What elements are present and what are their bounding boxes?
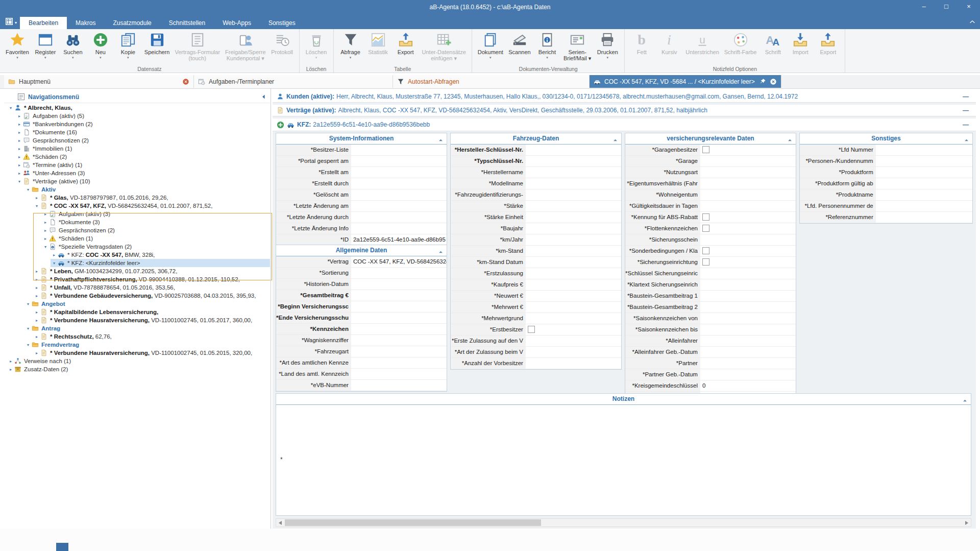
tree-item[interactable]: ▸* Kapitalbildende Lebensversicherung, xyxy=(33,308,270,316)
field-value[interactable] xyxy=(351,335,447,346)
field-value[interactable] xyxy=(876,145,972,155)
field-value[interactable] xyxy=(700,336,796,346)
tree-item[interactable]: ▾Angebot xyxy=(24,300,270,308)
chevron-right-icon[interactable]: ▸ xyxy=(42,236,49,241)
ribbon-schrift-farbe[interactable]: Schrift-Farbe xyxy=(722,30,760,56)
tree-item[interactable]: ▸* KFZ: COC -XX 547, BMW, 328i, xyxy=(51,251,270,259)
menu-item-sonstiges[interactable]: Sonstiges xyxy=(260,17,304,29)
field-value[interactable] xyxy=(526,291,621,301)
ribbon-kursiv[interactable]: iKursiv xyxy=(655,30,683,56)
menu-item-web-apps[interactable]: Web-Apps xyxy=(214,17,260,29)
field-value[interactable]: COC -XX 547, KFZ, VD-5684256324 xyxy=(351,256,447,267)
collapse-left-icon[interactable] xyxy=(260,93,267,100)
chevron-down-icon[interactable]: ▾ xyxy=(24,187,32,192)
checkbox[interactable] xyxy=(702,258,709,266)
panel-header[interactable]: Fahrzeug-Daten xyxy=(451,133,621,145)
tree-item[interactable]: ▸* Privathaftpflichtversicherung, VD-990… xyxy=(33,275,270,283)
chevron-right-icon[interactable]: ▸ xyxy=(42,228,49,233)
field-value[interactable] xyxy=(700,234,796,245)
field-value[interactable] xyxy=(526,167,621,178)
field-value[interactable] xyxy=(526,156,621,166)
ribbon-fett[interactable]: bFett xyxy=(628,30,655,56)
ribbon-kopie[interactable]: Kopie▾ xyxy=(114,30,142,60)
field-value[interactable] xyxy=(526,358,621,369)
chevron-down-icon[interactable]: ▾ xyxy=(33,204,40,208)
field-value[interactable] xyxy=(526,268,621,279)
checkbox[interactable] xyxy=(702,225,709,232)
tree-item[interactable]: ▸Gesprächsnotizen (2) xyxy=(16,136,270,145)
chevron-right-icon[interactable]: ▸ xyxy=(16,122,23,127)
tree-item[interactable]: ▸*Dokumente (3) xyxy=(42,218,270,226)
chevron-right-icon[interactable]: ▸ xyxy=(16,130,23,135)
ribbon-suchen[interactable]: Suchen▾ xyxy=(59,30,87,60)
tree-item[interactable]: ▸*Schäden (1) xyxy=(42,234,270,243)
field-value[interactable] xyxy=(700,302,796,313)
chevron-down-icon[interactable]: ▾ xyxy=(24,326,32,331)
ribbon-vertrags-formular-touch-[interactable]: Vertrags-Formular(touch) xyxy=(172,30,223,62)
collapse-up-icon[interactable] xyxy=(438,248,444,258)
chevron-right-icon[interactable]: ▸ xyxy=(51,253,58,257)
tree-item[interactable]: ▸Zusatz-Daten (2) xyxy=(7,365,270,373)
field-value[interactable] xyxy=(876,167,972,178)
horizontal-scrollbar[interactable] xyxy=(276,518,971,527)
field-value[interactable] xyxy=(876,189,972,200)
field-value[interactable] xyxy=(351,324,447,334)
chevron-down-icon[interactable]: ▾ xyxy=(42,245,49,249)
field-value[interactable] xyxy=(700,223,796,234)
field-value[interactable] xyxy=(700,178,796,189)
chevron-right-icon[interactable]: ▸ xyxy=(7,359,14,364)
ribbon-register[interactable]: Register▾ xyxy=(32,30,59,60)
field-value[interactable] xyxy=(526,302,621,313)
scroll-left-icon[interactable] xyxy=(276,519,284,526)
field-value[interactable] xyxy=(351,156,447,166)
tree-item[interactable]: ▸Aufgaben (aktiv) (3) xyxy=(42,210,270,218)
field-value[interactable] xyxy=(700,246,796,256)
field-value[interactable] xyxy=(351,167,447,178)
field-value[interactable] xyxy=(351,313,447,323)
field-value[interactable] xyxy=(351,369,447,379)
tab-autostart-abfragen[interactable]: Autostart-Abfragen xyxy=(393,75,590,88)
minimize-button[interactable]: – xyxy=(913,0,935,14)
field-value[interactable] xyxy=(876,212,972,223)
field-value[interactable] xyxy=(876,178,972,189)
field-value[interactable] xyxy=(700,279,796,290)
ribbon-scannen[interactable]: Scannen xyxy=(506,30,533,56)
tree-item[interactable]: ▸* Unfall, VD-78788878654, 01.05.2016, 3… xyxy=(33,283,270,292)
ribbon-unterstrichen[interactable]: uUnterstrichen xyxy=(683,30,721,56)
tree-item[interactable]: ▸* Rechtsschutz, 62,76, xyxy=(33,332,270,341)
collapse-dash-icon[interactable]: — xyxy=(963,121,969,128)
field-value[interactable] xyxy=(351,212,447,223)
tab-hauptmenü[interactable]: Hauptmenü xyxy=(4,75,194,88)
tree-item[interactable]: ▸* Leben, GM-10034234299, 01.07.2025, 30… xyxy=(33,267,270,275)
tree-item[interactable]: ▸* Verbundene Gebäudeversicherung, VD-90… xyxy=(33,292,270,300)
checkbox[interactable] xyxy=(528,326,535,333)
field-value[interactable] xyxy=(700,212,796,223)
field-value[interactable] xyxy=(526,145,621,155)
close-icon[interactable] xyxy=(182,78,189,85)
tree-item[interactable]: ▾Fremdvertrag xyxy=(24,341,270,349)
panel-header[interactable]: Allgemeine Daten xyxy=(276,245,447,256)
field-value[interactable] xyxy=(526,279,621,290)
ribbon-protokoll[interactable]: Protokoll xyxy=(268,30,296,56)
add-record-icon[interactable] xyxy=(277,121,284,129)
ribbon-abfrage[interactable]: Abfrage▾ xyxy=(337,30,364,60)
chevron-right-icon[interactable]: ▸ xyxy=(33,285,40,290)
tree-item[interactable]: ▾*Spezielle Vertragsdaten (2) xyxy=(42,243,270,251)
field-value[interactable] xyxy=(351,279,447,290)
checkbox[interactable] xyxy=(702,146,709,153)
collapse-up-icon[interactable] xyxy=(438,136,444,147)
field-value[interactable] xyxy=(700,313,796,324)
chevron-right-icon[interactable]: ▸ xyxy=(33,269,40,274)
menu-item-schnittstellen[interactable]: Schnittstellen xyxy=(160,17,214,29)
ribbon-löschen[interactable]: Löschen▾ xyxy=(303,30,330,60)
chevron-right-icon[interactable]: ▸ xyxy=(42,212,49,217)
tree-item[interactable]: ▸* Verbundene Hausratversicherung, VD-11… xyxy=(33,349,270,357)
tree-item[interactable]: ▸*Dokumente (16) xyxy=(16,128,270,136)
ribbon-freigabe-sperre-kundenportal[interactable]: Freigabe/SperreKundenportal ▾ xyxy=(223,30,268,62)
field-value[interactable] xyxy=(526,223,621,234)
checkbox[interactable] xyxy=(702,247,709,254)
field-value[interactable]: 2a12e559-6c51-4e10-aa9e-d86b95 xyxy=(351,234,447,245)
ribbon-speichern[interactable]: Speichern xyxy=(142,30,173,56)
field-value[interactable] xyxy=(351,189,447,200)
field-value[interactable] xyxy=(351,223,447,234)
